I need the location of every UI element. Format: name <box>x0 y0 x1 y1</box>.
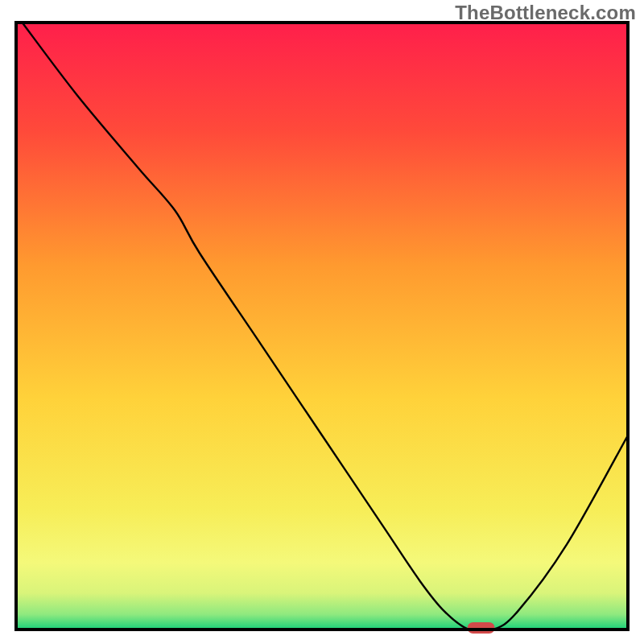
watermark-label: TheBottleneck.com <box>455 2 636 24</box>
chart-stage: TheBottleneck.com <box>0 0 644 644</box>
bottleneck-chart <box>0 0 644 644</box>
gradient-background <box>16 23 628 630</box>
